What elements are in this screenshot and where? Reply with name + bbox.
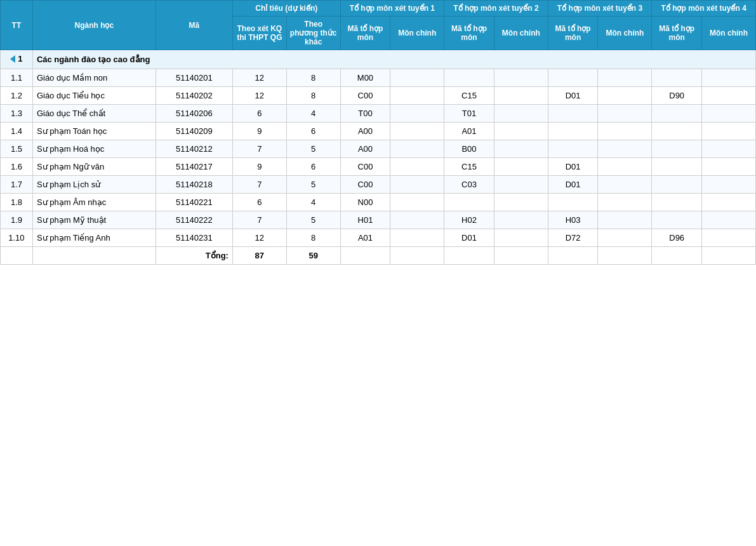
- cell-nganh: Giáo dục Thể chất: [32, 104, 156, 122]
- th-ma: Mã: [156, 1, 232, 50]
- arrow-icon: [10, 55, 15, 63]
- group-tt: 1: [1, 50, 33, 69]
- total-empty-7: [548, 246, 598, 264]
- th-mon-chinh-3a: Môn chính: [598, 17, 652, 50]
- cell-ma4: [652, 122, 702, 140]
- cell-ma: 51140209: [156, 122, 232, 140]
- th-tt: TT: [1, 1, 33, 50]
- total-pt: 59: [286, 246, 340, 264]
- cell-ma4: [652, 211, 702, 229]
- cell-ma3: H03: [548, 211, 598, 229]
- cell-mon1: [390, 140, 444, 157]
- cell-tt: 1.10: [1, 229, 33, 246]
- th-theo-pt: Theo phương thức khác: [286, 17, 340, 50]
- cell-mon1: [390, 229, 444, 246]
- cell-tt: 1.3: [1, 104, 33, 122]
- cell-nganh: Sư phạm Lịch sử: [32, 175, 156, 193]
- cell-ma1: A00: [340, 140, 390, 157]
- main-table: TT Ngành học Mã Chỉ tiêu (dự kiến) Tổ hợ…: [0, 0, 756, 265]
- cell-mon3: [598, 122, 652, 140]
- total-row: Tổng: 87 59: [1, 246, 756, 264]
- cell-ma3: [548, 104, 598, 122]
- th-ma-tohop-2a: Mã tổ hợp môn: [444, 17, 494, 50]
- th-tohop1: Tổ hợp môn xét tuyển 1: [340, 1, 444, 17]
- cell-ma2: D01: [444, 229, 494, 246]
- cell-tt: 1.5: [1, 140, 33, 157]
- cell-mon2: [494, 175, 548, 193]
- cell-theo-xq: 7: [232, 211, 286, 229]
- cell-mon2: [494, 229, 548, 246]
- cell-mon4: [702, 193, 756, 211]
- cell-mon4: [702, 86, 756, 104]
- cell-mon2: [494, 193, 548, 211]
- table-row: 1.4 Sư phạm Toán học 51140209 9 6 A00 A0…: [1, 122, 756, 140]
- group-row: 1 Các ngành đào tạo cao đẳng: [1, 50, 756, 69]
- cell-theo-xq: 12: [232, 69, 286, 86]
- cell-mon2: [494, 157, 548, 175]
- th-nganh: Ngành học: [32, 1, 156, 50]
- cell-theo-xq: 12: [232, 86, 286, 104]
- cell-ma3: [548, 69, 598, 86]
- cell-ma: 51140212: [156, 140, 232, 157]
- cell-theo-pt: 6: [286, 122, 340, 140]
- group-nganh: Các ngành đào tạo cao đẳng: [32, 50, 755, 69]
- cell-theo-xq: 6: [232, 104, 286, 122]
- cell-ma2: H02: [444, 211, 494, 229]
- cell-mon1: [390, 104, 444, 122]
- cell-ma2: A01: [444, 122, 494, 140]
- cell-ma3: D01: [548, 86, 598, 104]
- cell-ma4: [652, 193, 702, 211]
- cell-nganh: Sư phạm Tiếng Anh: [32, 229, 156, 246]
- cell-tt: 1.4: [1, 122, 33, 140]
- cell-ma3: [548, 193, 598, 211]
- cell-mon4: [702, 229, 756, 246]
- cell-nganh: Giáo dục Mầm non: [32, 69, 156, 86]
- cell-theo-xq: 7: [232, 175, 286, 193]
- cell-mon4: [702, 104, 756, 122]
- table-row: 1.6 Sư phạm Ngữ văn 51140217 9 6 C00 C15…: [1, 157, 756, 175]
- cell-mon2: [494, 140, 548, 157]
- cell-ma2: C03: [444, 175, 494, 193]
- cell-ma1: C00: [340, 157, 390, 175]
- cell-theo-pt: 4: [286, 193, 340, 211]
- th-ma-tohop-4a: Mã tổ hợp môn: [652, 17, 702, 50]
- cell-mon3: [598, 211, 652, 229]
- cell-mon3: [598, 140, 652, 157]
- cell-mon3: [598, 104, 652, 122]
- total-xq: 87: [232, 246, 286, 264]
- table-row: 1.7 Sư phạm Lịch sử 51140218 7 5 C00 C03…: [1, 175, 756, 193]
- cell-ma2: [444, 193, 494, 211]
- th-tohop4: Tổ hợp môn xét tuyển 4: [652, 1, 756, 17]
- cell-theo-xq: 6: [232, 193, 286, 211]
- cell-mon1: [390, 122, 444, 140]
- cell-theo-pt: 5: [286, 175, 340, 193]
- table-row: 1.9 Sư phạm Mỹ thuật 51140222 7 5 H01 H0…: [1, 211, 756, 229]
- cell-ma1: T00: [340, 104, 390, 122]
- cell-ma1: A00: [340, 122, 390, 140]
- total-empty-2: [32, 246, 156, 264]
- cell-mon3: [598, 193, 652, 211]
- cell-ma2: B00: [444, 140, 494, 157]
- cell-ma4: [652, 157, 702, 175]
- cell-ma4: [652, 140, 702, 157]
- cell-tt: 1.6: [1, 157, 33, 175]
- total-empty-5: [444, 246, 494, 264]
- total-label: Tổng:: [156, 246, 232, 264]
- cell-nganh: Sư phạm Hoá học: [32, 140, 156, 157]
- cell-mon3: [598, 86, 652, 104]
- cell-ma: 51140217: [156, 157, 232, 175]
- table-row: 1.10 Sư phạm Tiếng Anh 51140231 12 8 A01…: [1, 229, 756, 246]
- table-row: 1.2 Giáo dục Tiểu học 51140202 12 8 C00 …: [1, 86, 756, 104]
- cell-ma: 51140221: [156, 193, 232, 211]
- cell-mon3: [598, 69, 652, 86]
- cell-ma: 51140218: [156, 175, 232, 193]
- cell-mon4: [702, 140, 756, 157]
- total-empty-10: [702, 246, 756, 264]
- cell-ma: 51140202: [156, 86, 232, 104]
- cell-ma4: [652, 175, 702, 193]
- table-row: 1.1 Giáo dục Mầm non 51140201 12 8 M00: [1, 69, 756, 86]
- cell-nganh: Sư phạm Mỹ thuật: [32, 211, 156, 229]
- cell-mon1: [390, 175, 444, 193]
- cell-mon1: [390, 86, 444, 104]
- table-row: 1.8 Sư phạm Âm nhạc 51140221 6 4 N00: [1, 193, 756, 211]
